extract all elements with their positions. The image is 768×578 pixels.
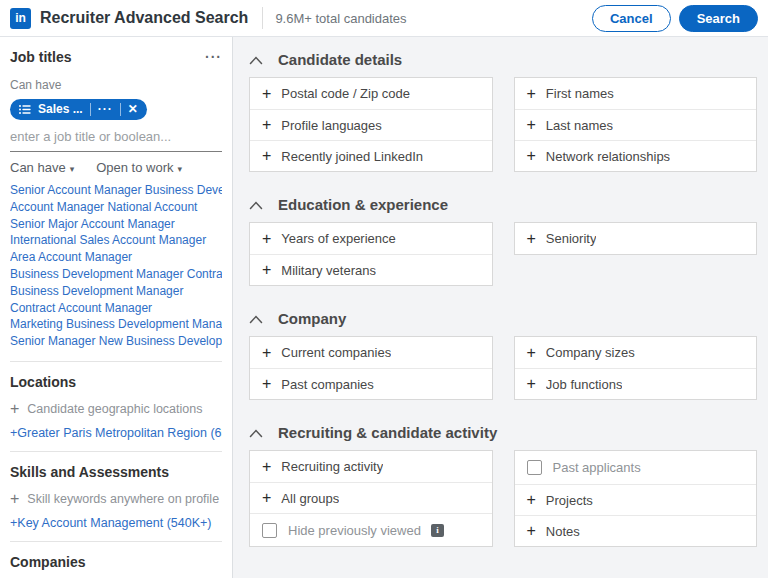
plus-icon: + (10, 403, 19, 415)
filter-label: Job functions (546, 377, 623, 392)
plus-icon: + (262, 118, 271, 132)
tag-divider (90, 103, 91, 116)
filter-add-years-of-experience[interactable]: +Years of experience (250, 223, 492, 254)
total-candidates-count: 9.6M+ total candidates (275, 11, 406, 26)
filter-label: First names (546, 86, 614, 101)
filter-label: Hide previously viewed (288, 523, 421, 538)
plus-icon: + (10, 493, 19, 505)
section-candidate-details: Candidate details+Postal code / Zip code… (249, 51, 757, 172)
info-icon[interactable]: i (431, 524, 444, 537)
plus-icon: + (262, 232, 271, 246)
chevron-up-icon[interactable] (249, 427, 263, 438)
filter-label: Profile languages (281, 118, 381, 133)
job-titles-overflow-menu-icon[interactable]: ··· (205, 52, 222, 62)
filter-add-past-companies[interactable]: +Past companies (250, 368, 492, 399)
plus-icon: + (527, 346, 536, 360)
filter-add-notes[interactable]: +Notes (515, 515, 757, 546)
filter-add-last-names[interactable]: +Last names (515, 109, 757, 140)
filter-add-profile-languages[interactable]: +Profile languages (250, 109, 492, 140)
filter-label: All groups (281, 491, 339, 506)
plus-icon: + (527, 118, 536, 132)
filter-add-military-veterans[interactable]: +Military veterans (250, 254, 492, 285)
tag-more-icon[interactable]: ··· (98, 105, 113, 113)
can-have-label: Can have (10, 78, 222, 92)
filter-checkbox-hide-previously-viewed[interactable]: Hide previously viewedi (250, 513, 492, 546)
filter-add-network-relationships[interactable]: +Network relationships (515, 140, 757, 171)
sidebar-divider (10, 361, 222, 362)
filter-add-company-sizes[interactable]: +Company sizes (515, 337, 757, 368)
job-title-suggestion-link[interactable]: International Sales Account Manager (10, 232, 222, 249)
chevron-up-icon[interactable] (249, 199, 263, 210)
can-have-dropdown[interactable]: Can have▾ (10, 160, 74, 175)
search-button[interactable]: Search (679, 5, 758, 32)
filter-add-job-functions[interactable]: +Job functions (515, 368, 757, 399)
plus-icon: + (527, 149, 536, 163)
job-title-suggestion-link[interactable]: Contract Account Manager (10, 300, 222, 317)
list-icon (19, 104, 31, 115)
section-title: Company (278, 310, 346, 327)
filter-label: Recruiting activity (281, 459, 383, 474)
chevron-up-icon[interactable] (249, 313, 263, 324)
job-title-suggestion-link[interactable]: Area Account Manager (10, 249, 222, 266)
filter-add-postal-code-zip-code[interactable]: +Postal code / Zip code (250, 78, 492, 109)
filter-label: Network relationships (546, 149, 670, 164)
sidebar-divider (10, 541, 222, 542)
job-title-suggestion-link[interactable]: Senior Major Account Manager (10, 216, 222, 233)
plus-icon: + (527, 87, 536, 101)
companies-heading: Companies (10, 554, 222, 570)
filter-add-recently-joined-linkedin[interactable]: +Recently joined LinkedIn (250, 140, 492, 171)
selected-skill-link[interactable]: +Key Account Management (540K+) (10, 516, 222, 530)
checkbox[interactable] (527, 460, 542, 475)
section-education-experience: Education & experience+Years of experien… (249, 196, 757, 286)
checkbox[interactable] (262, 523, 277, 538)
skills-heading: Skills and Assessments (10, 464, 222, 480)
section-title: Candidate details (278, 51, 402, 68)
job-title-suggestion-link[interactable]: Senior Manager New Business Development (10, 333, 222, 350)
filter-label: Past companies (281, 377, 374, 392)
filter-add-seniority[interactable]: +Seniority (515, 223, 757, 254)
tag-label: Sales ... (38, 102, 83, 116)
job-title-suggestion-link[interactable]: Account Manager National Account (10, 199, 222, 216)
selected-location-link[interactable]: +Greater Paris Metropolitan Region (65K+… (10, 426, 222, 440)
filter-add-recruiting-activity[interactable]: +Recruiting activity (250, 451, 492, 482)
plus-icon: + (527, 377, 536, 391)
plus-icon: + (527, 232, 536, 246)
plus-icon: + (262, 377, 271, 391)
filter-add-all-groups[interactable]: +All groups (250, 482, 492, 513)
header-divider (262, 7, 263, 29)
filter-add-current-companies[interactable]: +Current companies (250, 337, 492, 368)
open-to-work-dropdown[interactable]: Open to work▾ (96, 160, 182, 175)
linkedin-logo-icon: in (10, 8, 31, 29)
tag-remove-icon[interactable]: ✕ (128, 102, 138, 116)
locations-heading: Locations (10, 374, 222, 390)
plus-icon: + (262, 346, 271, 360)
job-title-suggestion-link[interactable]: Business Development Manager Contract (10, 266, 222, 283)
filter-add-first-names[interactable]: +First names (515, 78, 757, 109)
filter-add-projects[interactable]: +Projects (515, 484, 757, 515)
job-title-tag-sales[interactable]: Sales ... ··· ✕ (10, 99, 147, 120)
filter-label: Past applicants (553, 460, 641, 475)
cancel-button[interactable]: Cancel (592, 5, 671, 32)
chevron-down-icon: ▾ (178, 164, 183, 174)
add-locations-button[interactable]: +Candidate geographic locations (10, 402, 222, 416)
job-title-input[interactable] (10, 120, 222, 152)
add-skills-button[interactable]: +Skill keywords anywhere on profile (10, 492, 222, 506)
page-title: Recruiter Advanced Search (40, 9, 248, 27)
sidebar-divider (10, 451, 222, 452)
section-title: Education & experience (278, 196, 448, 213)
filter-label: Last names (546, 118, 613, 133)
plus-icon: + (262, 263, 271, 277)
section-title: Recruiting & candidate activity (278, 424, 497, 441)
plus-icon: + (262, 149, 271, 163)
job-title-suggestion-link[interactable]: Marketing Business Development Manager (10, 316, 222, 333)
plus-icon: + (262, 491, 271, 505)
chevron-up-icon[interactable] (249, 54, 263, 65)
filter-checkbox-past-applicants[interactable]: Past applicants (515, 451, 757, 484)
plus-icon: + (262, 87, 271, 101)
top-header: in Recruiter Advanced Search 9.6M+ total… (0, 0, 768, 37)
job-title-suggestion-link[interactable]: Senior Account Manager Business Developm… (10, 182, 222, 199)
filter-label: Company sizes (546, 345, 635, 360)
filter-sections: Candidate details+Postal code / Zip code… (233, 37, 768, 578)
job-title-suggestion-link[interactable]: Business Development Manager (10, 283, 222, 300)
tag-divider (120, 103, 121, 116)
